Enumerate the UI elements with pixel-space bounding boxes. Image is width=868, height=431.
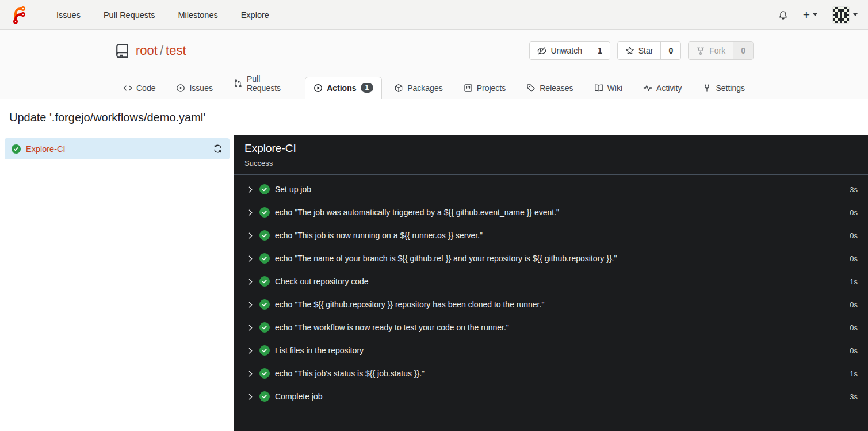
- fork-button[interactable]: Fork: [689, 42, 733, 59]
- fork-label: Fork: [709, 46, 725, 55]
- chevron-right-icon[interactable]: [247, 255, 254, 262]
- job-step-row[interactable]: echo "The job was automatically triggere…: [234, 201, 868, 224]
- chevron-right-icon[interactable]: [247, 301, 254, 308]
- play-circle-icon: [313, 83, 323, 93]
- step-name-label: echo "The ${{ github.repository }} repos…: [275, 300, 544, 309]
- tab-activity-label: Activity: [656, 83, 682, 93]
- repo-name-link[interactable]: test: [166, 43, 186, 58]
- stars-count[interactable]: 0: [660, 42, 680, 59]
- tab-pull-requests[interactable]: Pull Requests: [225, 68, 301, 99]
- job-status-text: Success: [244, 159, 858, 167]
- step-duration: 0s: [850, 346, 858, 355]
- job-panel-title: Explore-CI: [244, 142, 858, 155]
- chevron-right-icon[interactable]: [247, 393, 254, 401]
- nav-item-milestones[interactable]: Milestones: [166, 10, 229, 20]
- tab-releases[interactable]: Releases: [518, 77, 582, 99]
- repo-path-separator: /: [160, 43, 163, 58]
- tab-settings-label: Settings: [716, 83, 745, 93]
- chevron-right-icon[interactable]: [247, 347, 254, 354]
- chevron-right-icon[interactable]: [247, 209, 254, 216]
- job-step-row[interactable]: Check out repository code 1s: [234, 270, 868, 293]
- step-duration: 0s: [850, 300, 858, 309]
- step-duration: 3s: [850, 392, 858, 401]
- pulse-icon: [643, 83, 652, 93]
- tag-icon: [526, 83, 536, 93]
- job-step-row[interactable]: echo "The workflow is now ready to test …: [234, 316, 868, 339]
- chevron-right-icon[interactable]: [247, 278, 254, 285]
- jobs-sidebar: Explore-CI: [0, 135, 234, 431]
- step-name-label: echo "The name of your branch is ${{ git…: [275, 254, 617, 263]
- tab-packages[interactable]: Packages: [385, 77, 451, 99]
- tab-activity[interactable]: Activity: [634, 77, 690, 99]
- chevron-right-icon[interactable]: [247, 370, 254, 377]
- job-step-row[interactable]: Set up job 3s: [234, 178, 868, 201]
- rerun-sync-icon[interactable]: [213, 144, 223, 154]
- nav-item-explore[interactable]: Explore: [230, 10, 281, 20]
- tab-settings[interactable]: Settings: [694, 77, 754, 99]
- job-step-row[interactable]: echo "The ${{ github.repository }} repos…: [234, 293, 868, 316]
- chevron-right-icon[interactable]: [247, 232, 254, 239]
- tab-code-label: Code: [136, 83, 155, 93]
- sidebar-job-explore-ci[interactable]: Explore-CI: [5, 138, 230, 159]
- job-step-row[interactable]: echo "The name of your branch is ${{ git…: [234, 247, 868, 270]
- step-success-check-icon: [259, 184, 270, 194]
- actions-count-badge: 1: [361, 83, 374, 93]
- step-duration: 1s: [850, 369, 858, 378]
- user-menu-dropdown[interactable]: [832, 6, 858, 24]
- workflow-run-title: Update '.forgejo/workflows/demo.yaml': [0, 99, 868, 135]
- unwatch-button[interactable]: Unwatch: [530, 42, 589, 59]
- star-label: Star: [638, 46, 653, 55]
- tab-packages-label: Packages: [407, 83, 442, 93]
- step-duration: 0s: [850, 254, 858, 263]
- tab-wiki[interactable]: Wiki: [586, 77, 631, 99]
- tab-issues[interactable]: Issues: [167, 77, 221, 99]
- eye-slash-icon: [537, 46, 546, 55]
- watch-button-group: Unwatch 1: [529, 41, 610, 60]
- step-name-label: echo "The workflow is now ready to test …: [275, 323, 509, 332]
- forgejo-logo-icon[interactable]: [10, 6, 29, 24]
- issue-icon: [176, 83, 185, 93]
- step-success-check-icon: [259, 253, 270, 264]
- job-step-row[interactable]: Complete job 3s: [234, 385, 868, 408]
- step-name-label: echo "The job was automatically triggere…: [275, 208, 559, 217]
- step-duration: 0s: [850, 323, 858, 332]
- tab-actions[interactable]: Actions 1: [305, 77, 382, 99]
- step-duration: 0s: [850, 231, 858, 240]
- step-name-label: Complete job: [275, 392, 323, 401]
- unwatch-label: Unwatch: [550, 46, 582, 55]
- star-button[interactable]: Star: [618, 42, 661, 59]
- forks-count[interactable]: 0: [733, 42, 753, 59]
- job-name-label: Explore-CI: [26, 144, 66, 154]
- workflow-run-body: Explore-CI Explore-CI Success: [0, 135, 868, 431]
- star-icon: [625, 46, 634, 55]
- navbar-right: +: [778, 6, 858, 24]
- job-step-row[interactable]: List files in the repository 0s: [234, 339, 868, 362]
- repo-action-buttons: Unwatch 1 Star 0: [529, 41, 754, 60]
- repo-owner-link[interactable]: root: [136, 43, 158, 58]
- job-log-panel: Explore-CI Success Set up job 3s: [234, 135, 868, 431]
- nav-item-issues[interactable]: Issues: [45, 10, 92, 20]
- tab-code[interactable]: Code: [114, 77, 164, 99]
- job-step-row[interactable]: echo "This job is now running on a ${{ r…: [234, 224, 868, 247]
- notifications-bell-icon[interactable]: [778, 10, 788, 20]
- plus-icon: +: [803, 9, 810, 21]
- step-duration: 0s: [850, 208, 858, 217]
- tab-projects-label: Projects: [477, 83, 506, 93]
- watchers-count[interactable]: 1: [590, 42, 610, 59]
- success-check-icon: [12, 144, 21, 154]
- repo-breadcrumb: root/test: [136, 43, 186, 58]
- step-duration: 1s: [850, 277, 858, 286]
- job-step-row[interactable]: echo "This job's status is ${{ job.statu…: [234, 362, 868, 385]
- top-navbar: Issues Pull Requests Milestones Explore …: [0, 0, 868, 30]
- tab-projects[interactable]: Projects: [455, 77, 515, 99]
- step-success-check-icon: [259, 299, 270, 310]
- step-success-check-icon: [259, 322, 270, 333]
- chevron-right-icon[interactable]: [247, 324, 254, 331]
- tools-icon: [702, 83, 712, 93]
- chevron-right-icon[interactable]: [247, 186, 254, 193]
- create-new-dropdown[interactable]: +: [803, 9, 817, 21]
- tab-wiki-label: Wiki: [607, 83, 622, 93]
- nav-item-pull-requests[interactable]: Pull Requests: [92, 10, 166, 20]
- chevron-down-icon: [853, 13, 858, 16]
- job-steps-list: Set up job 3s echo "The job was automati…: [234, 175, 868, 408]
